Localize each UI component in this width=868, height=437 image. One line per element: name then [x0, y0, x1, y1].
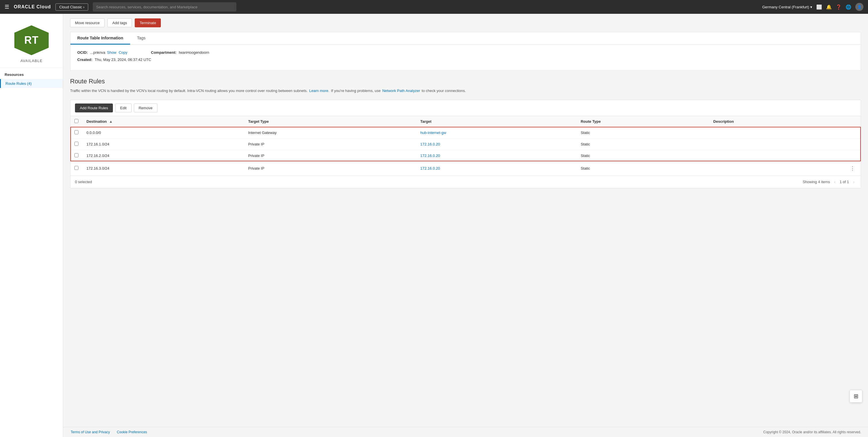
target-link[interactable]: 172.16.0.20: [420, 142, 440, 146]
route-type-cell: Static: [577, 138, 709, 150]
tab-tags[interactable]: Tags: [130, 32, 153, 45]
row-checkbox-cell: [70, 138, 83, 150]
table-row: 0.0.0.0/0Internet Gatewayhub-internet-gw…: [70, 127, 861, 138]
showing-label: Showing 4 items: [803, 180, 830, 184]
ocid-label: OCID:: [77, 50, 88, 55]
row-checkbox[interactable]: [74, 153, 79, 157]
user-avatar[interactable]: 👤: [855, 3, 863, 11]
terminate-button[interactable]: Terminate: [135, 19, 161, 27]
help-widget[interactable]: ⊞: [849, 390, 862, 403]
tabs-header: Route Table Information Tags: [70, 32, 861, 45]
sidebar-item-route-rules[interactable]: Route Rules (4): [0, 79, 63, 88]
target-type-cell: Private IP: [244, 138, 416, 150]
description-cell: [709, 127, 844, 138]
remove-button[interactable]: Remove: [134, 104, 157, 112]
row-menu-cell: [844, 150, 861, 161]
region-label: Germany Central (Frankfurt): [762, 5, 809, 9]
row-menu-cell: [844, 138, 861, 150]
main-content: Move resource Add tags Terminate Route T…: [63, 14, 868, 437]
row-checkbox-cell: [70, 161, 83, 175]
copyright-text: Copyright © 2024, Oracle and/or its affi…: [763, 430, 861, 434]
pagination: Showing 4 items ‹ 1 of 1 ›: [803, 179, 856, 185]
page-wrapper: RT AVAILABLE Resources Route Rules (4) M…: [0, 14, 868, 437]
table-row: 172.16.2.0/24Private IP172.16.0.20Static: [70, 150, 861, 161]
route-rules-table: Destination ▲ Target Type Target Route T…: [70, 116, 861, 176]
edit-button[interactable]: Edit: [115, 104, 131, 112]
target-cell[interactable]: 172.16.0.20: [416, 150, 577, 161]
destination-cell: 172.16.2.0/24: [83, 150, 244, 161]
next-page-button[interactable]: ›: [851, 179, 856, 185]
row-checkbox[interactable]: [74, 130, 79, 134]
move-resource-button[interactable]: Move resource: [70, 19, 104, 27]
row-menu-button[interactable]: ⋮: [848, 165, 857, 172]
cloud-classic-button[interactable]: Cloud Classic ›: [56, 3, 88, 11]
col-actions: [844, 116, 861, 127]
notification-bell-icon[interactable]: 🔔: [826, 4, 832, 10]
target-link[interactable]: 172.16.0.20: [420, 166, 440, 171]
target-link[interactable]: hub-internet-gw: [420, 130, 446, 135]
tab-route-table-info[interactable]: Route Table Information: [70, 32, 130, 45]
region-chevron-icon: ▾: [810, 5, 812, 9]
target-type-cell: Private IP: [244, 161, 416, 175]
info-row-top: OCID: ...pnknva Show Copy Compartment: I…: [77, 50, 854, 58]
destination-cell: 172.16.1.0/24: [83, 138, 244, 150]
resource-status-badge: AVAILABLE: [21, 59, 42, 63]
table-actions: Add Route Rules Edit Remove: [70, 100, 861, 116]
route-rules-table-container: Add Route Rules Edit Remove: [70, 100, 861, 188]
monitor-icon[interactable]: ⬜: [816, 4, 822, 10]
body-main: Move resource Add tags Terminate Route T…: [63, 14, 868, 427]
sort-arrow-icon: ▲: [109, 119, 113, 124]
route-rules-description: Traffic within the VCN is handled by the…: [70, 88, 861, 94]
target-cell[interactable]: hub-internet-gw: [416, 127, 577, 138]
created-row: Created: Thu, May 23, 2024, 06:37:42 UTC: [77, 58, 854, 62]
hamburger-icon[interactable]: ☰: [5, 4, 9, 10]
target-cell[interactable]: 172.16.0.20: [416, 161, 577, 175]
top-nav: ☰ ORACLE Cloud Cloud Classic › Germany C…: [0, 0, 868, 14]
ocid-row: OCID: ...pnknva Show Copy: [77, 50, 128, 55]
ocid-show-link[interactable]: Show: [107, 50, 117, 55]
page-info: 1 of 1: [840, 180, 849, 184]
ocid-copy-link[interactable]: Copy: [119, 50, 127, 55]
prev-page-button[interactable]: ‹: [832, 179, 837, 185]
add-tags-button[interactable]: Add tags: [107, 19, 132, 27]
search-input[interactable]: [93, 2, 237, 11]
col-destination[interactable]: Destination ▲: [83, 116, 244, 127]
destination-cell: 0.0.0.0/0: [83, 127, 244, 138]
table-footer: 0 selected Showing 4 items ‹ 1 of 1 ›: [70, 176, 861, 188]
resource-badge-container: RT AVAILABLE: [0, 20, 63, 67]
table-wrapper: Destination ▲ Target Type Target Route T…: [70, 116, 861, 176]
selected-count: 0 selected: [75, 180, 92, 184]
cookie-preferences-link[interactable]: Cookie Preferences: [117, 430, 147, 434]
target-link[interactable]: 172.16.0.20: [420, 153, 440, 158]
desc-text-2: If you're having problems, use: [331, 89, 380, 93]
description-cell: [709, 161, 844, 175]
terms-link[interactable]: Terms of Use and Privacy: [71, 430, 110, 434]
globe-icon[interactable]: 🌐: [846, 4, 851, 10]
route-type-cell: Static: [577, 150, 709, 161]
learn-more-link[interactable]: Learn more.: [309, 89, 330, 93]
row-checkbox[interactable]: [74, 166, 79, 170]
col-description: Description: [709, 116, 844, 127]
help-question-icon[interactable]: ❓: [836, 4, 842, 10]
row-checkbox-cell: [70, 127, 83, 138]
route-rules-section: Route Rules Traffic within the VCN is ha…: [63, 71, 868, 195]
tabs-panel: Route Table Information Tags OCID: ...pn…: [70, 32, 861, 71]
desc-text-1: Traffic within the VCN is handled by the…: [70, 89, 308, 93]
row-checkbox[interactable]: [74, 142, 79, 146]
table-row: 172.16.3.0/24Private IP172.16.0.20Static…: [70, 161, 861, 175]
col-target: Target: [416, 116, 577, 127]
compartment-label: Compartment:: [151, 50, 177, 55]
compartment-value: IwanHoogendoorn: [179, 50, 209, 55]
row-menu-cell: [844, 127, 861, 138]
target-cell[interactable]: 172.16.0.20: [416, 138, 577, 150]
header-checkbox-cell: [70, 116, 83, 127]
select-all-checkbox[interactable]: [74, 119, 79, 123]
description-cell: [709, 138, 844, 150]
created-label: Created:: [77, 58, 92, 62]
add-route-rules-button[interactable]: Add Route Rules: [75, 104, 113, 112]
action-bar: Move resource Add tags Terminate: [63, 14, 868, 32]
desc-text-3: to check your connections.: [422, 89, 466, 93]
row-checkbox-cell: [70, 150, 83, 161]
region-selector[interactable]: Germany Central (Frankfurt) ▾: [762, 5, 812, 9]
network-path-analyzer-link[interactable]: Network Path Analyzer: [382, 89, 420, 93]
